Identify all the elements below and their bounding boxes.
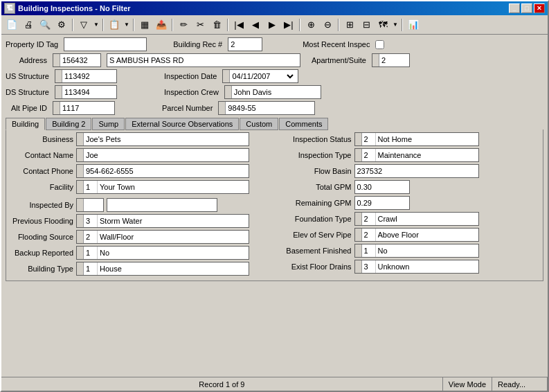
ds-structure-input[interactable] bbox=[62, 86, 114, 98]
address-id-input[interactable] bbox=[60, 54, 98, 66]
us-structure-label: US Structure bbox=[6, 72, 49, 80]
view-button[interactable]: 📋 bbox=[107, 17, 122, 33]
backup-reported-indicator bbox=[77, 247, 84, 259]
inspected-by-label: Inspected By bbox=[10, 201, 76, 209]
backup-reported-field: 1 bbox=[76, 246, 249, 260]
inspection-status-input[interactable] bbox=[376, 133, 473, 145]
zoom-in[interactable]: ⊕ bbox=[303, 17, 318, 33]
previous-flooding-input[interactable] bbox=[98, 215, 233, 227]
grid-button[interactable]: ▦ bbox=[137, 17, 152, 33]
nav-last[interactable]: ▶| bbox=[281, 17, 296, 33]
contact-name-field bbox=[76, 148, 249, 162]
export-button[interactable]: 📤 bbox=[154, 17, 169, 33]
new-button[interactable]: 📄 bbox=[4, 17, 19, 33]
address-street-input[interactable] bbox=[107, 54, 294, 66]
elev-serv-pipe-field: 2 bbox=[354, 228, 479, 242]
inspection-date-dropdown[interactable] bbox=[282, 70, 296, 82]
view-arrow[interactable]: ▼ bbox=[123, 17, 130, 33]
inspection-status-indicator bbox=[355, 133, 362, 145]
inspection-crew-field bbox=[224, 85, 321, 99]
alt-pipe-indicator bbox=[53, 102, 60, 114]
property-id-field bbox=[64, 37, 147, 51]
left-column: Business Contact Name bbox=[10, 132, 271, 278]
flow-basin-input[interactable] bbox=[355, 165, 473, 177]
inspection-crew-input[interactable] bbox=[232, 86, 318, 98]
print-button[interactable]: 🖨 bbox=[21, 17, 36, 33]
facility-indicator bbox=[77, 181, 84, 193]
alt-pipe-id-input[interactable] bbox=[60, 102, 112, 114]
property-id-input[interactable] bbox=[64, 38, 141, 51]
right-column: Inspection Status 2 Inspection Type 2 bbox=[278, 132, 539, 278]
foundation-type-input[interactable] bbox=[376, 213, 473, 225]
tab-building[interactable]: Building bbox=[6, 118, 45, 130]
apt-suite-field bbox=[372, 53, 410, 67]
sep3 bbox=[133, 19, 134, 31]
tab-custom[interactable]: Custom bbox=[240, 118, 278, 130]
filter-button[interactable]: ▽ bbox=[76, 17, 91, 33]
delete-button[interactable]: 🗑 bbox=[209, 17, 224, 33]
foundation-type-indicator bbox=[355, 213, 362, 225]
report-button[interactable]: 📊 bbox=[406, 17, 421, 33]
inspected-by-input1[interactable] bbox=[84, 199, 101, 211]
status-bar: Record 1 of 9 View Mode Ready... bbox=[1, 377, 548, 391]
tab-external-source[interactable]: External Source Observations bbox=[125, 118, 239, 130]
parcel-number-input[interactable] bbox=[226, 102, 312, 114]
parcel-number-indicator bbox=[219, 102, 226, 114]
building-type-field: 1 bbox=[76, 262, 249, 276]
backup-reported-input[interactable] bbox=[98, 247, 233, 259]
layout1[interactable]: ⊞ bbox=[342, 17, 357, 33]
elev-serv-pipe-row: Elev of Serv Pipe 2 bbox=[278, 228, 539, 242]
map-button[interactable]: 🗺 bbox=[375, 17, 390, 33]
us-structure-input[interactable] bbox=[62, 70, 114, 82]
tab-building2[interactable]: Building 2 bbox=[46, 118, 91, 130]
total-gpm-input[interactable] bbox=[355, 181, 404, 193]
exist-floor-drains-row: Exist Floor Drains 3 bbox=[278, 260, 539, 274]
zoom-out[interactable]: ⊖ bbox=[320, 17, 335, 33]
facility-num: 1 bbox=[84, 181, 98, 193]
exist-floor-drains-input[interactable] bbox=[376, 260, 473, 273]
inspection-type-input[interactable] bbox=[376, 149, 473, 161]
maximize-button[interactable]: □ bbox=[521, 3, 532, 13]
map-arrow[interactable]: ▼ bbox=[392, 17, 399, 33]
contact-name-input[interactable] bbox=[84, 149, 246, 161]
apt-suite-input[interactable] bbox=[379, 54, 404, 66]
elev-serv-pipe-input[interactable] bbox=[376, 229, 473, 241]
edit-button[interactable]: ✏ bbox=[176, 17, 191, 33]
flooding-source-input[interactable] bbox=[98, 231, 233, 243]
layout2[interactable]: ⊟ bbox=[359, 17, 374, 33]
facility-row: Facility 1 bbox=[10, 180, 271, 194]
business-input[interactable] bbox=[84, 133, 246, 145]
nav-next[interactable]: ▶ bbox=[264, 17, 280, 33]
most-recent-label: Most Recent Inspec bbox=[303, 40, 370, 48]
filter-arrow[interactable]: ▼ bbox=[93, 17, 100, 33]
most-recent-checkbox[interactable] bbox=[375, 40, 384, 49]
address-label: Address bbox=[6, 56, 47, 64]
inspection-date-indicator bbox=[223, 70, 230, 82]
inspection-type-indicator bbox=[355, 149, 362, 161]
contact-phone-label: Contact Phone bbox=[10, 167, 76, 175]
ds-structure-label: DS Structure bbox=[6, 88, 49, 96]
tab-sump[interactable]: Sump bbox=[92, 118, 125, 130]
building-rec-input[interactable] bbox=[228, 38, 256, 51]
flooding-source-row: Flooding Source 2 bbox=[10, 230, 271, 244]
inspection-date-input[interactable] bbox=[230, 70, 282, 82]
contact-name-label: Contact Name bbox=[10, 151, 76, 159]
ds-structure-field bbox=[55, 85, 117, 99]
building-type-input[interactable] bbox=[98, 262, 233, 275]
tab-comments[interactable]: Comments bbox=[279, 118, 328, 130]
facility-input[interactable] bbox=[98, 181, 233, 193]
minimize-button[interactable]: _ bbox=[509, 3, 520, 13]
sep4 bbox=[172, 19, 173, 31]
inspected-by-input2[interactable] bbox=[107, 199, 211, 211]
close-button[interactable]: ✕ bbox=[534, 3, 545, 13]
basement-finished-input[interactable] bbox=[376, 244, 473, 257]
cut-button[interactable]: ✂ bbox=[192, 17, 208, 33]
contact-name-row: Contact Name bbox=[10, 148, 271, 162]
main-content: Property ID Tag Building Rec # Most Rece… bbox=[1, 35, 548, 380]
nav-first[interactable]: |◀ bbox=[231, 17, 246, 33]
search-button[interactable]: 🔍 bbox=[37, 17, 53, 33]
remaining-gpm-input[interactable] bbox=[355, 197, 404, 209]
contact-phone-input[interactable] bbox=[84, 165, 246, 177]
nav-prev[interactable]: ◀ bbox=[248, 17, 263, 33]
settings-button[interactable]: ⚙ bbox=[54, 17, 69, 33]
